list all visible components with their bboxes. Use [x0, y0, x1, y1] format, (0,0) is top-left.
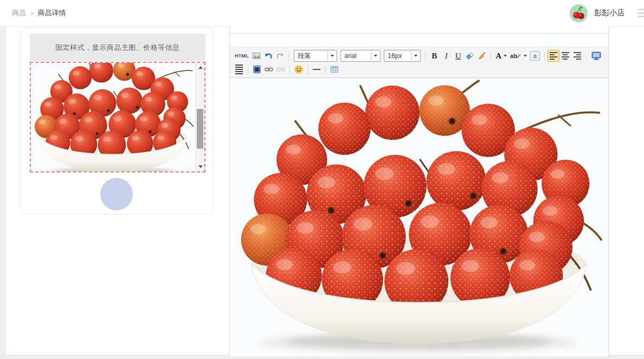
main-image-module[interactable]	[30, 62, 205, 172]
toolbar-row-1: HTML	[233, 49, 605, 62]
scroll-up-arrow-icon[interactable]	[196, 63, 205, 72]
emoticon-icon	[294, 65, 303, 74]
top-header: 商品 > 商品详情 彭彭小店	[0, 0, 644, 27]
font-size-select[interactable]: 16px	[384, 50, 421, 62]
align-left-button[interactable]	[548, 50, 559, 62]
quick-format-brush-icon	[478, 52, 486, 60]
scrollbar-thumb[interactable]	[197, 109, 203, 149]
breadcrumb-link-goods[interactable]: 商品	[12, 8, 26, 18]
align-right-icon	[574, 52, 581, 60]
font-color-button[interactable]: A	[494, 50, 508, 62]
hamburger-menu-icon[interactable]	[637, 9, 644, 17]
fullscreen-monitor-icon	[591, 52, 601, 60]
chevron-down-icon	[524, 55, 527, 57]
align-right-button[interactable]	[571, 50, 583, 62]
toolbar-separator	[307, 65, 308, 74]
content-image	[233, 80, 606, 356]
breadcrumb: 商品 > 商品详情	[12, 0, 66, 26]
highlight-color-button[interactable]: ab	[508, 50, 529, 62]
toolbar-separator	[325, 65, 326, 74]
toolbar-separator	[544, 52, 545, 61]
chevron-down-icon	[371, 50, 380, 61]
line-height-icon	[235, 65, 243, 74]
undo-icon	[264, 52, 273, 60]
insert-media-button[interactable]	[251, 63, 263, 75]
insert-table-icon	[330, 65, 339, 74]
rich-text-editor: HTML	[230, 33, 608, 356]
paragraph-select[interactable]: 段落	[294, 50, 337, 62]
toolbar-separator	[289, 52, 289, 61]
toolbar-row-2	[233, 63, 605, 76]
insert-image-button[interactable]	[250, 50, 262, 62]
module-scrollbar[interactable]	[195, 63, 204, 171]
module-card: 固定样式，显示商品主图、价格等信息	[21, 27, 213, 215]
align-center-icon	[562, 52, 569, 60]
redo-icon	[276, 52, 285, 60]
store-name: 彭彭小店	[594, 8, 624, 18]
insert-table-button[interactable]	[329, 63, 340, 75]
fullscreen-button[interactable]	[590, 50, 603, 62]
italic-button[interactable]: I	[440, 50, 452, 62]
chevron-down-icon	[504, 55, 507, 57]
align-left-icon	[550, 52, 557, 60]
horizontal-rule-icon	[313, 69, 320, 70]
breadcrumb-separator: >	[30, 9, 34, 17]
module-note: 固定样式，显示商品主图、价格等信息	[30, 34, 205, 61]
font-family-select[interactable]: arial	[340, 50, 381, 62]
toolbar-separator	[289, 65, 290, 74]
store-avatar[interactable]	[570, 4, 588, 22]
unlink-icon	[276, 65, 285, 74]
undo-button[interactable]	[262, 50, 274, 62]
module-preview-image	[31, 63, 195, 171]
insert-link-button[interactable]	[263, 63, 275, 75]
html-source-button[interactable]: HTML	[233, 50, 250, 62]
paste-plain-text-button[interactable]: a	[529, 50, 542, 62]
scroll-down-arrow-icon[interactable]	[196, 162, 205, 171]
editor-content-area[interactable]	[230, 78, 608, 356]
horizontal-rule-button[interactable]	[311, 63, 323, 75]
unlink-button[interactable]	[275, 63, 287, 75]
emoticon-button[interactable]	[293, 63, 305, 75]
editor-top-gap	[230, 34, 608, 47]
line-height-button[interactable]	[233, 63, 245, 75]
toolbar-separator	[425, 52, 426, 61]
insert-image-icon	[252, 52, 261, 60]
redo-button[interactable]	[274, 50, 286, 62]
insert-media-icon	[253, 65, 261, 74]
quick-format-button[interactable]	[476, 50, 488, 62]
cherries-icon	[570, 4, 588, 22]
page-title: 商品详情	[38, 8, 66, 18]
remove-format-eraser-icon	[466, 52, 474, 60]
collapsed-sidebar-strip	[0, 26, 6, 359]
editor-toolbar: HTML	[230, 47, 608, 78]
bold-button[interactable]: B	[428, 50, 440, 62]
chevron-down-icon	[411, 50, 420, 61]
chevron-down-icon	[327, 50, 337, 61]
link-icon	[265, 65, 273, 74]
module-placeholder-dot	[100, 178, 133, 210]
app-root: 商品 > 商品详情 彭彭小店 固定样式，显示商品主图、价格等	[0, 0, 644, 359]
toolbar-separator	[491, 52, 491, 61]
toolbar-separator	[248, 65, 248, 74]
align-center-button[interactable]	[559, 50, 571, 62]
remove-format-button[interactable]	[464, 50, 476, 62]
underline-button[interactable]: U	[452, 50, 464, 62]
editor-panel: HTML	[229, 26, 609, 355]
